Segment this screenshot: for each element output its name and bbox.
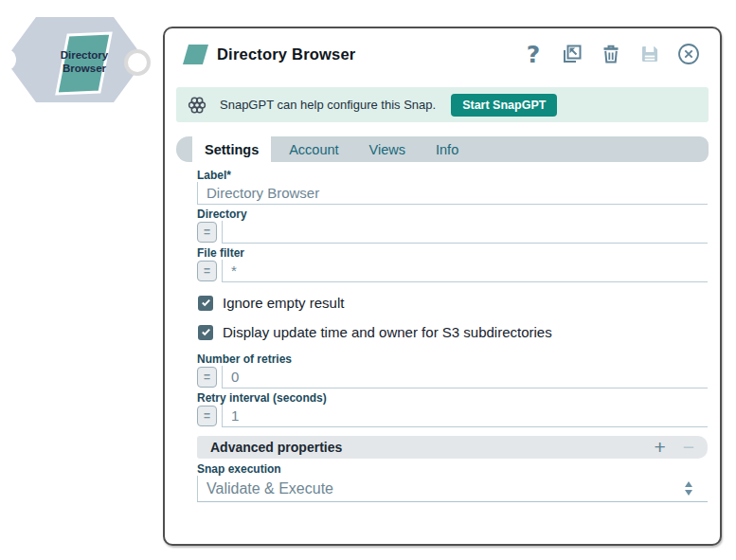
- snap-execution-select[interactable]: Validate & Execute: [197, 476, 708, 502]
- save-icon[interactable]: [637, 42, 662, 66]
- ignore-empty-result-checkbox-row[interactable]: Ignore empty result: [198, 295, 708, 311]
- number-of-retries-input-box: [222, 366, 708, 388]
- tab-settings[interactable]: Settings: [192, 136, 271, 162]
- snap-execution-label: Snap execution: [197, 463, 708, 476]
- help-icon[interactable]: ?: [521, 42, 546, 66]
- snap-label-line1: Directory: [61, 49, 109, 61]
- retry-interval-field-label: Retry interval (seconds): [197, 392, 708, 405]
- export-icon[interactable]: [560, 42, 584, 66]
- file-filter-field-row: =: [197, 260, 708, 282]
- directory-expression-toggle[interactable]: =: [197, 222, 217, 243]
- spinner-down-icon[interactable]: [685, 490, 692, 496]
- snap-execution-field: Snap execution Validate & Execute: [197, 463, 708, 502]
- retry-interval-input[interactable]: [223, 407, 708, 424]
- tab-info[interactable]: Info: [423, 136, 471, 162]
- dialog-header: Directory Browser ?: [165, 28, 720, 87]
- snap-directory-browser[interactable]: Directory Browser: [2, 13, 163, 108]
- remove-row-icon[interactable]: −: [683, 438, 694, 457]
- checkbox-checked-icon[interactable]: [198, 325, 213, 340]
- file-filter-expression-toggle[interactable]: =: [197, 261, 217, 281]
- snap-parallelogram-icon: [183, 45, 208, 64]
- file-filter-input-box: [222, 260, 708, 282]
- settings-form: Label* Directory = File filter =: [165, 162, 720, 502]
- snapgpt-icon: [186, 94, 208, 117]
- label-input[interactable]: [198, 185, 708, 201]
- header-icon-row: ?: [521, 42, 701, 66]
- snap-shape-graphic: Directory Browser: [2, 13, 163, 108]
- directory-input[interactable]: [223, 224, 708, 240]
- start-snapgpt-button[interactable]: Start SnapGPT: [451, 94, 557, 117]
- close-icon[interactable]: [676, 42, 701, 66]
- snap-label-line2: Browser: [63, 63, 107, 74]
- display-update-time-checkbox-row[interactable]: Display update time and owner for S3 sub…: [198, 324, 708, 340]
- label-field-label: Label*: [197, 170, 708, 182]
- tab-bar: Settings Account Views Info: [176, 136, 709, 162]
- output-terminal[interactable]: [126, 51, 149, 74]
- spinner-up-icon[interactable]: [685, 481, 692, 487]
- retry-interval-input-box: [222, 405, 708, 427]
- tab-views[interactable]: Views: [357, 136, 418, 162]
- display-update-time-label: Display update time and owner for S3 sub…: [223, 324, 552, 340]
- file-filter-input[interactable]: [223, 262, 708, 279]
- snap-settings-dialog: Directory Browser ?: [163, 27, 722, 546]
- ignore-empty-result-label: Ignore empty result: [223, 295, 344, 311]
- snap-execution-value: Validate & Execute: [206, 480, 333, 497]
- directory-field-label: Directory: [197, 208, 708, 221]
- retry-interval-expression-toggle[interactable]: =: [197, 406, 217, 426]
- advanced-properties-header[interactable]: Advanced properties + −: [197, 436, 708, 459]
- directory-field-row: =: [197, 221, 708, 244]
- number-of-retries-input[interactable]: [223, 369, 708, 385]
- file-filter-field-label: File filter: [197, 247, 708, 260]
- retry-interval-field-row: =: [197, 405, 708, 427]
- number-of-retries-field-row: =: [197, 366, 708, 388]
- trash-icon[interactable]: [599, 42, 623, 66]
- number-of-retries-field-label: Number of retries: [197, 353, 708, 366]
- add-row-icon[interactable]: +: [654, 438, 665, 457]
- snapgpt-banner: SnapGPT can help configure this Snap. St…: [176, 87, 709, 122]
- advanced-icon-row: + −: [654, 438, 694, 457]
- advanced-properties-title: Advanced properties: [210, 440, 342, 455]
- number-of-retries-expression-toggle[interactable]: =: [197, 367, 217, 388]
- dialog-title: Directory Browser: [217, 45, 355, 63]
- canvas: { "snap": { "label": "Directory Browser"…: [0, 0, 736, 560]
- snapgpt-banner-text: SnapGPT can help configure this Snap.: [220, 98, 436, 112]
- label-field-row: [197, 182, 708, 205]
- directory-input-box: [222, 221, 708, 244]
- tab-account[interactable]: Account: [277, 136, 350, 162]
- label-input-box: [197, 182, 708, 205]
- spinner-arrows-icon[interactable]: [685, 481, 692, 496]
- checkbox-checked-icon[interactable]: [198, 296, 213, 311]
